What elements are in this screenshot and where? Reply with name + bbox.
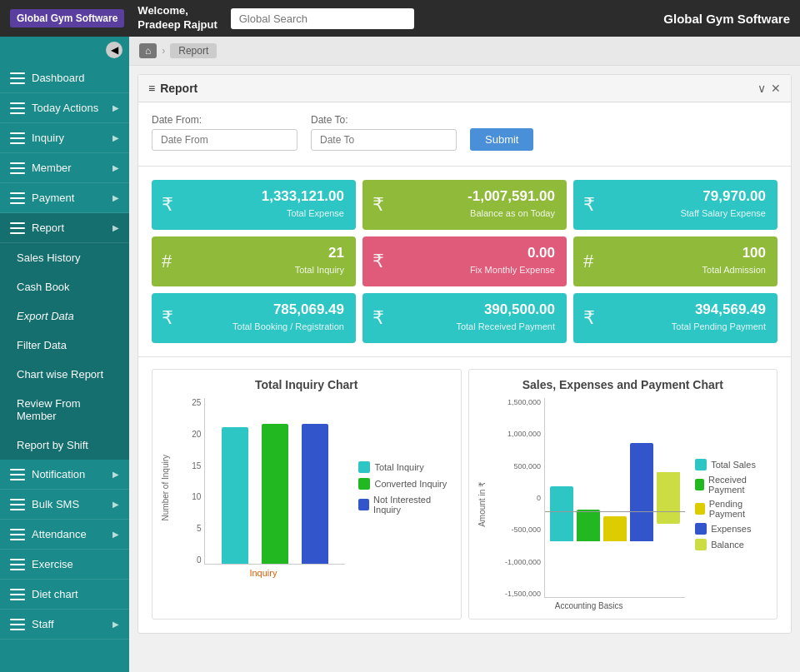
legend-expenses: Expenses bbox=[695, 523, 768, 535]
report-panel: ≡ Report ∨ ✕ Date From: Date To: Submit bbox=[138, 74, 792, 634]
inquiry-bar-converted bbox=[262, 424, 288, 564]
sales-chart-box: Sales, Expenses and Payment Chart Amount… bbox=[468, 369, 778, 620]
bar-pending-payment bbox=[603, 516, 627, 541]
sidebar-item-payment[interactable]: Payment ▶ bbox=[0, 183, 129, 213]
sidebar-item-notification[interactable]: Notification ▶ bbox=[0, 460, 129, 490]
inquiry-bar-total bbox=[222, 427, 248, 564]
payment-icon bbox=[10, 192, 25, 204]
breadcrumb-home[interactable]: ⌂ bbox=[139, 43, 157, 58]
diet-chart-icon bbox=[10, 589, 25, 600]
legend-total-sales: Total Sales bbox=[695, 459, 768, 470]
charts-area: Total Inquiry Chart Number of Inquiry 25 bbox=[138, 361, 791, 633]
rupee-icon-4: ₹ bbox=[372, 251, 384, 272]
header: Global Gym Software Welcome, Pradeep Raj… bbox=[0, 0, 800, 37]
search-input[interactable] bbox=[231, 8, 414, 29]
breadcrumb-current: Report bbox=[170, 43, 217, 58]
sidebar-item-report-by-shift[interactable]: Report by Shift bbox=[0, 431, 129, 460]
rupee-icon-1: ₹ bbox=[162, 194, 173, 216]
filter-area: Date From: Date To: Submit bbox=[138, 102, 791, 162]
welcome-text: Welcome, Pradeep Rajput bbox=[138, 4, 217, 32]
rupee-icon-7: ₹ bbox=[583, 307, 595, 329]
card-total-inquiry: # 21 Total Inquiry bbox=[152, 236, 356, 286]
card-fix-monthly: ₹ 0.00 Fix Monthly Expense bbox=[362, 236, 567, 286]
date-from-group: Date From: bbox=[152, 114, 298, 151]
card-balance-today: ₹ -1,007,591.00 Balance as on Today bbox=[362, 180, 567, 230]
bar-col-balance bbox=[657, 398, 680, 597]
report-panel-header: ≡ Report ∨ ✕ bbox=[138, 75, 791, 102]
inquiry-icon bbox=[10, 132, 25, 144]
date-to-input[interactable] bbox=[311, 129, 457, 151]
sidebar-item-export-data[interactable]: Export Data bbox=[0, 301, 129, 331]
report-title-icon: ≡ bbox=[148, 82, 155, 95]
sidebar-item-cash-book[interactable]: Cash Book bbox=[0, 272, 129, 301]
sidebar-item-member[interactable]: Member ▶ bbox=[0, 153, 129, 183]
sales-legend: Total Sales Received Payment Pending Pay… bbox=[690, 398, 768, 610]
sales-ylabel: Amount in ₹ bbox=[478, 482, 487, 527]
date-from-input[interactable] bbox=[152, 129, 298, 151]
sidebar-toggle-area: ◀ bbox=[0, 37, 129, 63]
rupee-icon-6: ₹ bbox=[372, 307, 384, 329]
breadcrumb: ⌂ › Report bbox=[129, 37, 800, 66]
sidebar-item-attendance[interactable]: Attendance ▶ bbox=[0, 520, 129, 550]
sidebar-item-filter-data[interactable]: Filter Data bbox=[0, 331, 129, 360]
report-title: ≡ Report bbox=[148, 82, 198, 95]
logo: Global Gym Software bbox=[10, 9, 124, 27]
stat-cards-grid: ₹ 1,333,121.00 Total Expense ₹ -1,007,59… bbox=[138, 170, 791, 353]
submit-button[interactable]: Submit bbox=[470, 128, 533, 151]
inquiry-chart-box: Total Inquiry Chart Number of Inquiry 25 bbox=[152, 369, 462, 620]
staff-icon bbox=[10, 619, 25, 630]
header-app-title: Global Gym Software bbox=[663, 12, 790, 26]
bar-col-pending bbox=[603, 398, 627, 597]
dashboard-icon bbox=[10, 72, 25, 84]
legend-dot-teal bbox=[358, 461, 370, 473]
inquiry-legend: Total Inquiry Converted Inquiry Not Inte… bbox=[353, 398, 452, 578]
bar-received-payment bbox=[577, 510, 600, 541]
bar-total-sales bbox=[550, 486, 573, 541]
sidebar-item-report[interactable]: Report ▶ bbox=[0, 213, 129, 243]
inquiry-ylabel: Number of Inquiry bbox=[161, 455, 170, 520]
sales-xlabel: Accounting Basics bbox=[492, 601, 685, 610]
close-button[interactable]: ✕ bbox=[771, 82, 781, 95]
body-wrap: ◀ Dashboard Today Actions ▶ Inquiry ▶ Me… bbox=[0, 37, 800, 672]
main-content: ⌂ › Report ≡ Report ∨ ✕ Date From: bbox=[129, 37, 800, 672]
sidebar-item-review-from-member[interactable]: Review From Member bbox=[0, 389, 129, 431]
exercise-icon bbox=[10, 559, 25, 570]
sidebar-item-staff[interactable]: Staff ▶ bbox=[0, 610, 129, 640]
today-actions-icon bbox=[10, 102, 25, 114]
bar-expenses bbox=[630, 443, 653, 541]
sidebar-item-bulk-sms[interactable]: Bulk SMS ▶ bbox=[0, 490, 129, 520]
sidebar-item-exercise[interactable]: Exercise bbox=[0, 550, 129, 580]
member-icon bbox=[10, 162, 25, 174]
sales-chart-title: Sales, Expenses and Payment Chart bbox=[478, 378, 769, 391]
legend-balance: Balance bbox=[695, 539, 768, 550]
bar-col-expenses bbox=[630, 398, 653, 597]
bar-col-sales bbox=[550, 398, 573, 597]
attendance-icon bbox=[10, 529, 25, 540]
inquiry-bar-not-interested bbox=[302, 424, 328, 564]
sidebar-item-sales-history[interactable]: Sales History bbox=[0, 243, 129, 272]
card-total-pending: ₹ 394,569.49 Total Pending Payment bbox=[573, 293, 778, 343]
legend-received-payment: Received Payment bbox=[695, 475, 768, 495]
sidebar-report-submenu: Sales History Cash Book Export Data Filt… bbox=[0, 243, 129, 460]
sidebar-toggle-button[interactable]: ◀ bbox=[106, 42, 122, 58]
collapse-button[interactable]: ∨ bbox=[758, 82, 766, 95]
sidebar-item-dashboard[interactable]: Dashboard bbox=[0, 63, 129, 93]
date-to-group: Date To: bbox=[311, 114, 457, 151]
sidebar-item-chart-wise-report[interactable]: Chart wise Report bbox=[0, 360, 129, 389]
report-icon bbox=[10, 222, 25, 234]
card-total-admission: # 100 Total Admission bbox=[573, 236, 778, 286]
hash-icon-1: # bbox=[162, 251, 172, 272]
legend-not-interested: Not Interested Inquiry bbox=[358, 495, 452, 515]
bar-balance bbox=[657, 472, 680, 524]
hash-icon-2: # bbox=[583, 251, 593, 272]
card-staff-salary: ₹ 79,970.00 Staff Salary Expense bbox=[573, 180, 778, 230]
legend-dot-blue bbox=[358, 499, 369, 510]
sidebar-item-inquiry[interactable]: Inquiry ▶ bbox=[0, 123, 129, 153]
sidebar-item-diet-chart[interactable]: Diet chart bbox=[0, 580, 129, 610]
card-total-booking: ₹ 785,069.49 Total Booking / Registratio… bbox=[152, 293, 356, 343]
sidebar-item-today-actions[interactable]: Today Actions ▶ bbox=[0, 93, 129, 123]
notification-icon bbox=[10, 469, 25, 480]
sidebar: ◀ Dashboard Today Actions ▶ Inquiry ▶ Me… bbox=[0, 37, 129, 672]
card-total-received: ₹ 390,500.00 Total Received Payment bbox=[362, 293, 567, 343]
report-header-controls: ∨ ✕ bbox=[758, 82, 781, 95]
